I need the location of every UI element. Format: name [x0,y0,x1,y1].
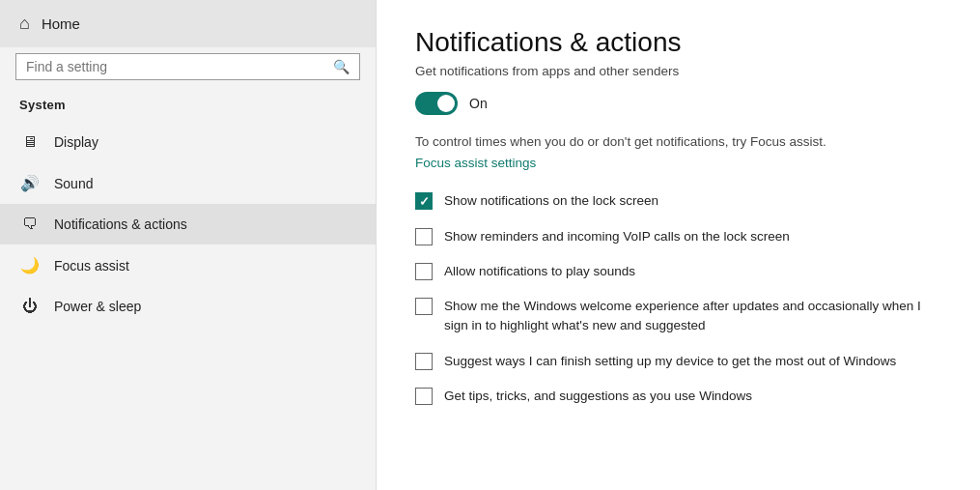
sidebar-item-label-power-sleep: Power & sleep [54,299,141,314]
checkbox-label-welcome-experience: Show me the Windows welcome experience a… [444,297,941,336]
checkbox-item-lock-screen-notifs: Show notifications on the lock screen [415,191,941,211]
checkbox-item-play-sounds: Allow notifications to play sounds [415,262,941,281]
search-icon[interactable]: 🔍 [333,59,350,74]
sidebar-item-label-notifications: Notifications & actions [54,216,187,232]
checkbox-item-voip-lock-screen: Show reminders and incoming VoIP calls o… [415,227,941,246]
toggle-label: On [469,96,488,111]
sidebar-item-notifications[interactable]: 🗨Notifications & actions [0,204,376,245]
power-sleep-icon: ⏻ [19,298,41,315]
search-input[interactable] [26,59,333,74]
checkbox-item-finish-setup: Suggest ways I can finish setting up my … [415,352,941,371]
page-title: Notifications & actions [415,27,941,58]
checkbox-item-tips-tricks: Get tips, tricks, and suggestions as you… [415,387,941,406]
sidebar-item-home[interactable]: ⌂ Home [0,0,376,47]
sidebar-item-focus-assist[interactable]: 🌙Focus assist [0,245,376,286]
toggle-row: On [415,92,941,115]
checkbox-lock-screen-notifs[interactable] [415,192,433,210]
sound-icon: 🔊 [19,174,41,192]
notifications-icon: 🗨 [19,216,41,233]
display-icon: 🖥 [19,133,41,151]
home-label: Home [42,15,80,32]
section-label: System [0,94,376,122]
checkbox-label-tips-tricks: Get tips, tricks, and suggestions as you… [444,387,752,406]
sidebar-item-label-display: Display [54,134,98,150]
sidebar: ⌂ Home 🔍 System 🖥Display🔊Sound🗨Notificat… [0,0,377,490]
sidebar-item-label-focus-assist: Focus assist [54,258,129,274]
checkbox-play-sounds[interactable] [415,263,433,280]
focus-assist-icon: 🌙 [19,256,41,274]
checkbox-tips-tricks[interactable] [415,388,433,405]
checkbox-item-welcome-experience: Show me the Windows welcome experience a… [415,297,941,336]
home-icon: ⌂ [19,14,30,34]
checkbox-label-lock-screen-notifs: Show notifications on the lock screen [444,191,658,211]
notifications-toggle[interactable] [415,92,458,115]
checkbox-label-play-sounds: Allow notifications to play sounds [444,262,635,281]
checkbox-finish-setup[interactable] [415,353,433,370]
page-subtitle: Get notifications from apps and other se… [415,64,941,78]
sidebar-item-display[interactable]: 🖥Display [0,122,376,162]
checkboxes-container: Show notifications on the lock screenSho… [415,191,941,406]
nav-items: 🖥Display🔊Sound🗨Notifications & actions🌙F… [0,122,376,327]
sidebar-item-power-sleep[interactable]: ⏻Power & sleep [0,286,376,327]
checkbox-voip-lock-screen[interactable] [415,228,433,245]
checkbox-label-voip-lock-screen: Show reminders and incoming VoIP calls o… [444,227,790,246]
checkbox-welcome-experience[interactable] [415,298,433,315]
focus-assist-link[interactable]: Focus assist settings [415,156,941,170]
checkbox-label-finish-setup: Suggest ways I can finish setting up my … [444,352,896,371]
focus-assist-hint: To control times when you do or don't ge… [415,132,941,152]
sidebar-item-label-sound: Sound [54,176,93,191]
search-box: 🔍 [15,53,360,80]
sidebar-item-sound[interactable]: 🔊Sound [0,162,376,204]
main-content: Notifications & actions Get notification… [377,0,980,490]
